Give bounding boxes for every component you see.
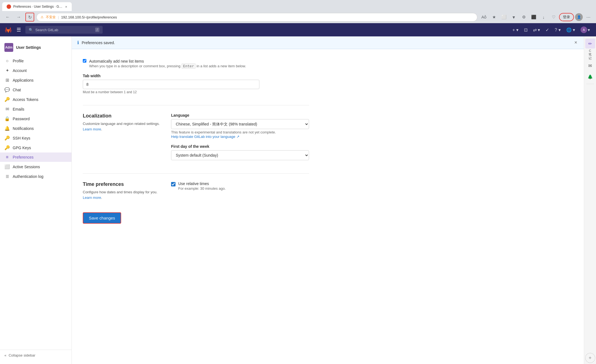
sidebar-label-profile: Profile bbox=[13, 59, 24, 63]
sidebar-item-auth-log[interactable]: ≣ Authentication log bbox=[0, 172, 71, 181]
right-panel-add-btn[interactable]: + bbox=[585, 353, 595, 363]
sidebar-label-notifications: Notifications bbox=[13, 126, 34, 131]
extension-btn3[interactable]: ⚙ bbox=[519, 13, 528, 22]
sidebar: Adm User Settings ○ Profile ✦ Account ⊞ bbox=[0, 36, 72, 364]
relative-times-example: For example: 30 minutes ago. bbox=[178, 186, 226, 191]
merge-requests-btn[interactable]: ⇄ ▾ bbox=[531, 26, 542, 34]
translate-btn[interactable]: Aǒ bbox=[480, 13, 488, 22]
save-changes-button[interactable]: Save changes bbox=[83, 212, 121, 224]
user-avatar-btn[interactable]: A ▾ bbox=[579, 25, 592, 35]
sidebar-item-emails[interactable]: ✉ Emails bbox=[0, 104, 71, 114]
locale-btn[interactable]: 🌐 ▾ bbox=[565, 26, 577, 34]
first-day-select[interactable]: System default (Sunday) Monday Sunday Sa… bbox=[171, 150, 309, 160]
right-sidebar-divider bbox=[586, 84, 594, 84]
auto-list-desc-prefix: When you type in a description or commen… bbox=[89, 64, 180, 68]
extension-btn4[interactable]: ⬛ bbox=[529, 13, 538, 22]
forward-button[interactable]: → bbox=[14, 13, 23, 22]
tab-width-hint: Must be a number between 1 and 12 bbox=[83, 90, 309, 94]
translate-link[interactable]: Help translate GitLab into your language… bbox=[171, 135, 240, 139]
sidebar-item-active-sessions[interactable]: ⬜ Active Sessions bbox=[0, 162, 71, 172]
sidebar-item-notifications[interactable]: 🔔 Notifications bbox=[0, 124, 71, 133]
sidebar-item-preferences[interactable]: ≡ Preferences bbox=[0, 152, 71, 162]
language-select[interactable]: Chinese, Simplified - 简体中文 (98% translat… bbox=[171, 119, 309, 129]
sidebar-item-chat[interactable]: 💬 Chat bbox=[0, 85, 71, 95]
collapse-sidebar-btn[interactable]: « Collapse sidebar bbox=[0, 350, 71, 361]
address-bar[interactable]: ⚠ 不安全 | 192.168.100.5/-/profile/preferen… bbox=[36, 13, 477, 22]
localization-learn-more[interactable]: Learn more bbox=[83, 127, 101, 131]
localization-desc: Customize language and region related se… bbox=[83, 121, 160, 132]
issues-btn[interactable]: ⊡ bbox=[522, 26, 529, 34]
sidebar-header: Adm User Settings bbox=[0, 41, 71, 56]
sidebar-label-password: Password bbox=[13, 117, 30, 121]
sidebar-item-ssh-keys[interactable]: 🔑 SSH Keys bbox=[0, 133, 71, 143]
access-tokens-icon: 🔑 bbox=[4, 97, 10, 102]
sidebar-label-active-sessions: Active Sessions bbox=[13, 165, 40, 169]
download-btn[interactable]: ↓ bbox=[539, 13, 548, 22]
applications-icon: ⊞ bbox=[4, 77, 10, 83]
first-day-field-group: First day of the week System default (Su… bbox=[171, 144, 309, 160]
right-panel-notes-btn[interactable]: C笔记 bbox=[585, 50, 595, 60]
reload-button[interactable]: ↻ bbox=[25, 13, 34, 22]
sidebar-title: User Settings bbox=[16, 45, 41, 50]
sidebar-item-applications[interactable]: ⊞ Applications bbox=[0, 75, 71, 85]
security-warning-text: 不安全 bbox=[46, 15, 56, 20]
search-placeholder: Search GitLab bbox=[35, 28, 93, 32]
browser-profile-avatar[interactable]: 👤 bbox=[575, 13, 583, 21]
address-separator: | bbox=[58, 15, 59, 19]
auto-list-desc: When you type in a description or commen… bbox=[89, 64, 246, 68]
right-panel-tree-btn[interactable]: 🌲 bbox=[585, 72, 595, 82]
sidebar-item-gpg-keys[interactable]: 🔑 GPG Keys bbox=[0, 143, 71, 152]
enter-key-code: Enter bbox=[182, 63, 196, 69]
auto-list-desc-suffix: in a list adds a new item below. bbox=[196, 64, 246, 68]
back-button[interactable]: ← bbox=[3, 13, 12, 22]
browser-tab[interactable]: Preferences · User Settings · GitLab × bbox=[2, 2, 72, 11]
auto-list-checkbox-area: Automatically add new list items When yo… bbox=[83, 59, 309, 68]
localization-title: Localization bbox=[83, 113, 160, 119]
tab-width-field-group: Tab width Must be a number between 1 and… bbox=[83, 74, 309, 94]
translate-link-label: Help translate GitLab into your language bbox=[171, 135, 235, 139]
more-btn[interactable]: ⋯ bbox=[584, 13, 593, 22]
preferences-icon: ≡ bbox=[4, 155, 10, 160]
sidebar-label-chat: Chat bbox=[13, 88, 21, 92]
sidebar-item-profile[interactable]: ○ Profile bbox=[0, 56, 71, 66]
help-btn[interactable]: ? ▾ bbox=[553, 26, 562, 34]
extension-btn2[interactable]: ▼ bbox=[509, 13, 518, 22]
login-button[interactable]: 登录 bbox=[559, 13, 574, 21]
notifications-icon: 🔔 bbox=[4, 126, 10, 131]
relative-times-checkbox[interactable] bbox=[171, 182, 175, 186]
tab-width-input[interactable] bbox=[83, 80, 259, 89]
time-prefs-desc: Configure how dates and times display fo… bbox=[83, 189, 160, 200]
localization-info: Localization Customize language and regi… bbox=[83, 113, 160, 166]
right-sidebar: ✏ C笔记 ✉ 🌲 + bbox=[584, 36, 596, 364]
sidebar-label-auth-log: Authentication log bbox=[13, 174, 43, 179]
sidebar-label-ssh-keys: SSH Keys bbox=[13, 136, 30, 140]
active-sessions-icon: ⬜ bbox=[4, 164, 10, 169]
browser-actions: Aǒ ★ ⬜ ▼ ⚙ ⬛ ↓ ♡ 登录 👤 ⋯ bbox=[480, 13, 593, 22]
sidebar-item-password[interactable]: 🔒 Password bbox=[0, 114, 71, 124]
auto-list-checkbox[interactable] bbox=[83, 59, 86, 63]
create-btn[interactable]: + ▾ bbox=[511, 26, 520, 34]
time-prefs-title: Time preferences bbox=[83, 181, 160, 187]
hamburger-menu[interactable]: ☰ bbox=[15, 26, 22, 34]
collapse-icon: « bbox=[4, 353, 6, 357]
time-preferences-section: Time preferences Configure how dates and… bbox=[83, 174, 309, 208]
search-slash: / bbox=[95, 28, 99, 32]
alert-close-button[interactable]: × bbox=[573, 40, 578, 46]
chat-icon: 💬 bbox=[4, 87, 10, 92]
extension-btn1[interactable]: ⬜ bbox=[499, 13, 508, 22]
tab-close-icon[interactable]: × bbox=[65, 5, 67, 9]
todos-btn[interactable]: ✓ bbox=[544, 26, 551, 34]
sidebar-avatar: Adm bbox=[4, 43, 13, 52]
bookmark-btn[interactable]: ★ bbox=[489, 13, 498, 22]
time-prefs-learn-more[interactable]: Learn more bbox=[83, 196, 101, 200]
sidebar-item-account[interactable]: ✦ Account bbox=[0, 66, 71, 75]
right-panel-draw-btn[interactable]: ✏ bbox=[585, 39, 595, 49]
password-icon: 🔒 bbox=[4, 116, 10, 121]
relative-times-label: Use relative times bbox=[178, 181, 226, 186]
sidebar-item-access-tokens[interactable]: 🔑 Access Tokens bbox=[0, 95, 71, 104]
sidebar-label-emails: Emails bbox=[13, 107, 24, 111]
hearts-btn[interactable]: ♡ bbox=[549, 13, 558, 22]
alert-banner: ℹ Preferences saved. × bbox=[72, 36, 584, 49]
right-panel-outlook-btn[interactable]: ✉ bbox=[585, 61, 595, 71]
search-bar[interactable]: 🔍 Search GitLab / bbox=[25, 26, 103, 34]
